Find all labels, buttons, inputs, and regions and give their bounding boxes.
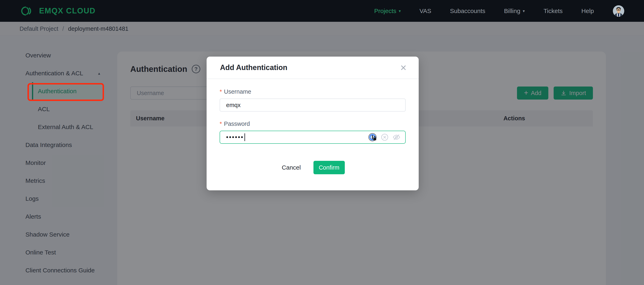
top-nav-menu: Projects ▾ VAS Subaccounts Billing ▾ Tic… [374,8,613,14]
modal-title: Add Authentication [220,63,288,72]
nav-item-subaccounts[interactable]: Subaccounts [450,8,485,14]
required-mark: * [220,120,222,127]
click-annotation-box [28,83,104,101]
clear-input-icon[interactable] [381,133,388,141]
password-input[interactable]: •••••• [220,131,406,144]
required-mark: * [220,88,222,95]
emqx-logo-icon [20,5,34,17]
username-field-group: * Username [220,88,406,112]
cancel-button[interactable]: Cancel [280,164,302,171]
password-label: Password [224,120,250,127]
nav-item-billing[interactable]: Billing ▾ [504,8,525,14]
text-cursor [244,133,245,141]
user-avatar[interactable] [613,5,624,17]
username-input[interactable] [220,98,406,112]
nav-item-tickets[interactable]: Tickets [544,8,562,14]
confirm-button[interactable]: Confirm [314,161,345,174]
top-navbar: EMQX CLOUD Projects ▾ VAS Subaccounts Bi… [0,0,644,22]
username-label: Username [224,88,251,95]
password-field-group: * Password •••••• [220,120,406,144]
nav-item-projects[interactable]: Projects ▾ [374,8,401,14]
masked-password-value: •••••• [226,134,244,140]
password-manager-lock-icon[interactable] [368,132,377,142]
chevron-down-icon: ▾ [523,9,525,13]
eye-off-icon[interactable] [392,133,401,142]
add-authentication-modal: Add Authentication × * Username * Passwo… [206,56,419,190]
chevron-down-icon: ▾ [399,9,401,13]
close-icon[interactable]: × [400,62,406,73]
nav-item-help[interactable]: Help [581,8,594,14]
emqx-cloud-logo[interactable]: EMQX CLOUD [20,5,96,17]
logo-text: EMQX CLOUD [39,6,96,15]
nav-item-vas[interactable]: VAS [420,8,431,14]
